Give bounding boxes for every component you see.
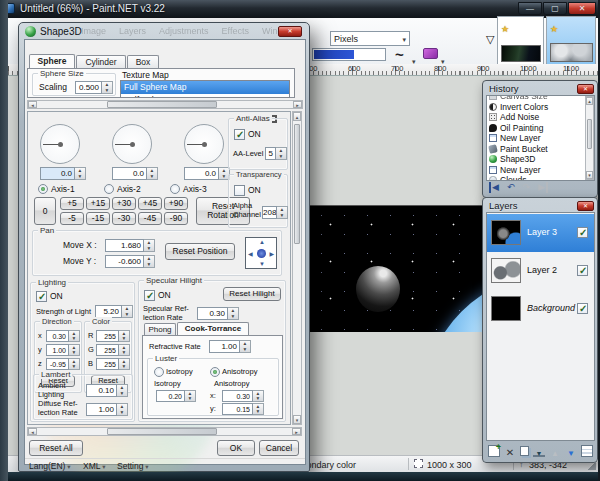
transparency-checkbox[interactable] — [234, 185, 245, 196]
history-item[interactable]: Paint Bucket — [487, 144, 594, 155]
history-item[interactable]: Shape3D — [487, 154, 594, 165]
texture-option[interactable]: Half Sphere Map — [121, 94, 289, 98]
rotate-minus15-button[interactable]: -15 — [86, 212, 110, 225]
anisotropy-radio[interactable] — [210, 367, 220, 377]
spin-arrows-icon[interactable] — [69, 344, 80, 356]
spin-arrows-icon[interactable] — [144, 239, 155, 252]
rotate-plus30-button[interactable]: +30 — [112, 197, 136, 210]
setting-menu[interactable]: Setting — [117, 461, 149, 471]
axis3-radio[interactable] — [170, 184, 180, 194]
spin-arrows-icon[interactable] — [119, 330, 130, 342]
isotropy-radio[interactable] — [154, 367, 164, 377]
dialog-hscrollbar-top[interactable]: ◂ ▸ — [27, 100, 303, 109]
ok-button[interactable]: OK — [217, 440, 255, 456]
rotate-plus45-button[interactable]: +45 — [138, 197, 162, 210]
rotate-plus90-button[interactable]: +90 — [164, 197, 188, 210]
fast-forward-icon[interactable]: ▶ — [538, 182, 548, 193]
rotate-minus5-button[interactable]: -5 — [60, 212, 84, 225]
rotate-0-button[interactable]: 0 — [34, 197, 56, 225]
spin-arrows-icon[interactable] — [277, 206, 288, 219]
minimize-button[interactable]: — — [518, 2, 542, 15]
unit-selector[interactable]: Pixels — [330, 31, 410, 46]
spin-arrows-icon[interactable] — [276, 147, 287, 160]
layer-row[interactable]: Layer 2 — [487, 252, 594, 290]
delete-layer-icon[interactable] — [504, 445, 516, 457]
texture-map-list[interactable]: Full Sphere Map Half Sphere Map — [120, 80, 290, 98]
axis1-radio[interactable] — [38, 184, 48, 194]
lang-menu[interactable]: Lang(EN) — [29, 461, 70, 471]
layer-properties-icon[interactable] — [581, 445, 593, 457]
tab-box[interactable]: Box — [127, 55, 159, 69]
close-button[interactable]: ✕ — [568, 2, 596, 15]
spin-arrows-icon[interactable] — [144, 255, 155, 268]
specular-checkbox[interactable] — [144, 290, 155, 301]
tab-phong[interactable]: Phong — [144, 323, 176, 335]
dialog-hscrollbar-bottom[interactable]: ◂ ▸ — [27, 427, 302, 436]
layer-row[interactable]: Layer 3 — [487, 214, 594, 252]
rotation-dial-2[interactable] — [112, 124, 152, 164]
rewind-icon[interactable]: ◀ — [489, 182, 499, 193]
spin-arrows-icon[interactable] — [117, 384, 128, 397]
tab-sphere[interactable]: Sphere — [29, 54, 75, 69]
lighting-checkbox[interactable] — [36, 291, 47, 302]
spin-arrows-icon[interactable] — [147, 167, 158, 180]
rotate-plus15-button[interactable]: +15 — [86, 197, 110, 210]
move-layer-up-icon[interactable] — [549, 445, 561, 457]
layer-visible-checkbox[interactable] — [577, 303, 588, 314]
image-tab-2-selected[interactable] — [546, 16, 596, 64]
maximize-button[interactable]: ▢ — [543, 2, 567, 15]
history-scrollbar[interactable]: ▴ ▾ — [585, 96, 594, 180]
history-item[interactable]: New Layer — [487, 133, 594, 144]
history-item[interactable]: Canvas Size — [487, 95, 594, 102]
undo-icon[interactable]: ↶ — [507, 182, 515, 193]
spin-arrows-icon[interactable] — [119, 344, 130, 356]
xml-menu[interactable]: XML — [83, 461, 106, 471]
spin-arrows-icon[interactable] — [122, 305, 133, 318]
blend-mode-icon[interactable] — [423, 48, 438, 59]
spin-arrows-icon[interactable] — [69, 358, 80, 370]
redo-icon[interactable]: ↷ — [522, 182, 530, 193]
layer-visible-checkbox[interactable] — [577, 227, 588, 238]
layer-visible-checkbox[interactable] — [577, 265, 588, 276]
cancel-button[interactable]: Cancel — [259, 440, 299, 456]
spin-arrows-icon[interactable] — [185, 390, 196, 402]
duplicate-layer-icon[interactable] — [520, 446, 529, 456]
tab-cylinder[interactable]: Cylinder — [76, 55, 126, 69]
rotate-minus45-button[interactable]: -45 — [138, 212, 162, 225]
spin-arrows-icon[interactable] — [119, 358, 130, 370]
dialog-close-button[interactable] — [278, 26, 302, 37]
rotate-minus30-button[interactable]: -30 — [112, 212, 136, 225]
rotate-minus90-button[interactable]: -90 — [164, 212, 188, 225]
curve-tool-icon[interactable] — [395, 46, 404, 64]
history-item[interactable]: Oil Painting — [487, 123, 594, 134]
spin-arrows-icon[interactable] — [117, 403, 128, 416]
rotate-plus5-button[interactable]: +5 — [60, 197, 84, 210]
dialog-vscrollbar[interactable]: ▴ ▾ — [292, 111, 302, 425]
history-item[interactable]: New Layer — [487, 165, 594, 176]
pan-joystick[interactable]: ▲▼◀▶ — [245, 237, 277, 269]
image-tab-1[interactable] — [497, 16, 544, 64]
texture-option-selected[interactable]: Full Sphere Map — [121, 81, 289, 94]
move-layer-down-icon[interactable] — [565, 445, 577, 457]
history-item[interactable]: Clouds — [487, 175, 594, 181]
layer-row[interactable]: Background — [487, 290, 594, 328]
spin-arrows-icon[interactable] — [102, 81, 113, 94]
anti-alias-checkbox[interactable] — [234, 129, 245, 140]
history-item[interactable]: Add Noise — [487, 112, 594, 123]
reset-position-button[interactable]: Reset Position — [165, 243, 235, 260]
spin-arrows-icon[interactable] — [69, 330, 80, 342]
spin-arrows-icon[interactable] — [253, 390, 264, 402]
merge-down-icon[interactable] — [533, 445, 545, 457]
spin-arrows-icon[interactable] — [75, 167, 86, 180]
spin-arrows-icon[interactable] — [228, 307, 239, 320]
tolerance-slider[interactable] — [312, 48, 386, 61]
spin-arrows-icon[interactable] — [240, 340, 251, 353]
reset-all-button[interactable]: Reset All — [29, 440, 83, 456]
tab-cook-torrance[interactable]: Cook-Torrance — [177, 322, 249, 335]
spin-arrows-icon[interactable] — [253, 403, 264, 415]
layers-close-button[interactable] — [577, 201, 594, 211]
axis2-radio[interactable] — [104, 184, 114, 194]
rotation-dial-1[interactable] — [40, 124, 80, 164]
rotation-dial-3[interactable] — [184, 124, 224, 164]
history-item[interactable]: Invert Colors — [487, 102, 594, 113]
